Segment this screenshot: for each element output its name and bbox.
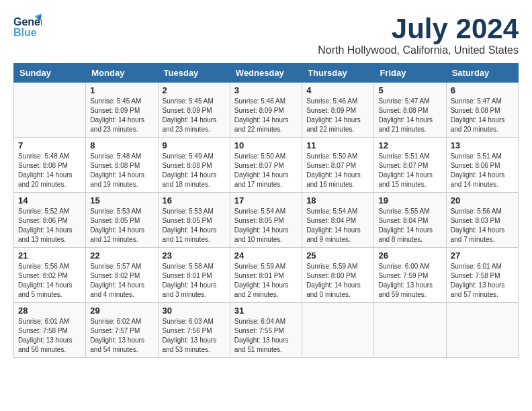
day-number: 4 xyxy=(306,85,369,95)
day-number: 21 xyxy=(18,250,81,261)
calendar-cell xyxy=(14,83,86,138)
day-info: Sunrise: 6:04 AMSunset: 7:55 PMDaylight:… xyxy=(234,317,298,355)
day-info: Sunrise: 5:46 AMSunset: 8:09 PMDaylight:… xyxy=(234,97,298,134)
day-info: Sunrise: 5:54 AMSunset: 8:04 PMDaylight:… xyxy=(306,207,369,244)
calendar-cell: 4Sunrise: 5:46 AMSunset: 8:09 PMDaylight… xyxy=(302,83,374,138)
day-info: Sunrise: 5:53 AMSunset: 8:05 PMDaylight:… xyxy=(163,207,226,244)
weekday-header-row: SundayMondayTuesdayWednesdayThursdayFrid… xyxy=(14,64,519,83)
day-info: Sunrise: 5:54 AMSunset: 8:05 PMDaylight:… xyxy=(234,207,298,244)
weekday-header: Monday xyxy=(86,64,158,83)
calendar-cell: 11Sunrise: 5:50 AMSunset: 8:07 PMDayligh… xyxy=(302,138,374,193)
day-info: Sunrise: 5:48 AMSunset: 8:08 PMDaylight:… xyxy=(18,152,81,189)
svg-text:Blue: Blue xyxy=(13,27,37,38)
calendar-week-row: 14Sunrise: 5:52 AMSunset: 8:06 PMDayligh… xyxy=(14,193,519,248)
day-info: Sunrise: 5:57 AMSunset: 8:02 PMDaylight:… xyxy=(90,262,153,300)
calendar-cell: 5Sunrise: 5:47 AMSunset: 8:08 PMDaylight… xyxy=(374,83,446,138)
day-number: 17 xyxy=(234,195,298,205)
day-info: Sunrise: 5:46 AMSunset: 8:09 PMDaylight:… xyxy=(306,97,369,134)
day-number: 23 xyxy=(163,250,226,261)
day-number: 18 xyxy=(306,195,369,205)
day-info: Sunrise: 5:45 AMSunset: 8:09 PMDaylight:… xyxy=(90,97,153,134)
day-info: Sunrise: 6:01 AMSunset: 7:58 PMDaylight:… xyxy=(451,262,514,300)
calendar-cell: 16Sunrise: 5:53 AMSunset: 8:05 PMDayligh… xyxy=(158,193,230,248)
calendar-cell: 6Sunrise: 5:47 AMSunset: 8:08 PMDaylight… xyxy=(446,83,518,138)
day-number: 6 xyxy=(451,85,514,95)
day-info: Sunrise: 5:55 AMSunset: 8:04 PMDaylight:… xyxy=(378,207,441,244)
day-number: 22 xyxy=(90,250,153,261)
day-number: 8 xyxy=(90,140,153,150)
day-number: 26 xyxy=(378,250,441,261)
calendar-cell: 31Sunrise: 6:04 AMSunset: 7:55 PMDayligh… xyxy=(230,303,302,358)
day-info: Sunrise: 5:56 AMSunset: 8:03 PMDaylight:… xyxy=(451,207,514,244)
calendar-cell: 25Sunrise: 5:59 AMSunset: 8:00 PMDayligh… xyxy=(302,248,374,303)
day-number: 25 xyxy=(306,250,369,261)
calendar-cell: 26Sunrise: 6:00 AMSunset: 7:59 PMDayligh… xyxy=(374,248,446,303)
day-number: 19 xyxy=(378,195,441,205)
weekday-header: Tuesday xyxy=(158,64,230,83)
calendar-table: SundayMondayTuesdayWednesdayThursdayFrid… xyxy=(13,63,519,358)
calendar-cell: 18Sunrise: 5:54 AMSunset: 8:04 PMDayligh… xyxy=(302,193,374,248)
day-number: 31 xyxy=(234,306,298,316)
calendar-cell xyxy=(302,303,374,358)
calendar-week-row: 1Sunrise: 5:45 AMSunset: 8:09 PMDaylight… xyxy=(14,83,519,138)
calendar-week-row: 28Sunrise: 6:01 AMSunset: 7:58 PMDayligh… xyxy=(14,303,519,358)
day-number: 9 xyxy=(163,140,226,150)
calendar-cell: 3Sunrise: 5:46 AMSunset: 8:09 PMDaylight… xyxy=(230,83,302,138)
calendar-cell: 10Sunrise: 5:50 AMSunset: 8:07 PMDayligh… xyxy=(230,138,302,193)
calendar-cell: 20Sunrise: 5:56 AMSunset: 8:03 PMDayligh… xyxy=(446,193,518,248)
day-info: Sunrise: 5:50 AMSunset: 8:07 PMDaylight:… xyxy=(234,152,298,189)
calendar-cell: 29Sunrise: 6:02 AMSunset: 7:57 PMDayligh… xyxy=(86,303,158,358)
logo-icon: General Blue xyxy=(13,13,40,37)
day-number: 29 xyxy=(90,306,153,316)
calendar-cell: 8Sunrise: 5:48 AMSunset: 8:08 PMDaylight… xyxy=(86,138,158,193)
calendar-header: SundayMondayTuesdayWednesdayThursdayFrid… xyxy=(14,64,519,83)
calendar-body: 1Sunrise: 5:45 AMSunset: 8:09 PMDaylight… xyxy=(14,83,519,358)
day-info: Sunrise: 5:51 AMSunset: 8:07 PMDaylight:… xyxy=(378,152,441,189)
calendar-cell: 7Sunrise: 5:48 AMSunset: 8:08 PMDaylight… xyxy=(14,138,86,193)
calendar-cell: 23Sunrise: 5:58 AMSunset: 8:01 PMDayligh… xyxy=(158,248,230,303)
day-number: 1 xyxy=(90,85,153,95)
calendar-cell: 27Sunrise: 6:01 AMSunset: 7:58 PMDayligh… xyxy=(446,248,518,303)
day-number: 11 xyxy=(306,140,369,150)
day-info: Sunrise: 5:47 AMSunset: 8:08 PMDaylight:… xyxy=(451,97,514,134)
calendar-cell: 28Sunrise: 6:01 AMSunset: 7:58 PMDayligh… xyxy=(14,303,86,358)
title-block: July 2024 North Hollywood, California, U… xyxy=(318,13,519,56)
weekday-header: Sunday xyxy=(14,64,86,83)
day-number: 28 xyxy=(18,306,81,316)
calendar-week-row: 7Sunrise: 5:48 AMSunset: 8:08 PMDaylight… xyxy=(14,138,519,193)
day-number: 24 xyxy=(234,250,298,261)
weekday-header: Saturday xyxy=(446,64,518,83)
day-info: Sunrise: 6:01 AMSunset: 7:58 PMDaylight:… xyxy=(18,317,81,355)
calendar-cell: 13Sunrise: 5:51 AMSunset: 8:06 PMDayligh… xyxy=(446,138,518,193)
day-info: Sunrise: 5:59 AMSunset: 8:00 PMDaylight:… xyxy=(306,262,369,300)
day-number: 2 xyxy=(163,85,226,95)
weekday-header: Thursday xyxy=(302,64,374,83)
calendar-week-row: 21Sunrise: 5:56 AMSunset: 8:02 PMDayligh… xyxy=(14,248,519,303)
calendar-cell: 9Sunrise: 5:49 AMSunset: 8:08 PMDaylight… xyxy=(158,138,230,193)
day-number: 13 xyxy=(451,140,514,150)
calendar-cell: 17Sunrise: 5:54 AMSunset: 8:05 PMDayligh… xyxy=(230,193,302,248)
day-info: Sunrise: 6:00 AMSunset: 7:59 PMDaylight:… xyxy=(378,262,441,300)
calendar-cell: 21Sunrise: 5:56 AMSunset: 8:02 PMDayligh… xyxy=(14,248,86,303)
day-info: Sunrise: 5:53 AMSunset: 8:05 PMDaylight:… xyxy=(90,207,153,244)
day-info: Sunrise: 6:02 AMSunset: 7:57 PMDaylight:… xyxy=(90,317,153,355)
location-title: North Hollywood, California, United Stat… xyxy=(318,44,519,56)
calendar-cell: 14Sunrise: 5:52 AMSunset: 8:06 PMDayligh… xyxy=(14,193,86,248)
day-info: Sunrise: 5:58 AMSunset: 8:01 PMDaylight:… xyxy=(163,262,226,300)
day-info: Sunrise: 5:56 AMSunset: 8:02 PMDaylight:… xyxy=(18,262,81,300)
calendar-cell: 30Sunrise: 6:03 AMSunset: 7:56 PMDayligh… xyxy=(158,303,230,358)
day-number: 7 xyxy=(18,140,81,150)
day-number: 14 xyxy=(18,195,81,205)
calendar-cell: 2Sunrise: 5:45 AMSunset: 8:09 PMDaylight… xyxy=(158,83,230,138)
day-info: Sunrise: 6:03 AMSunset: 7:56 PMDaylight:… xyxy=(163,317,226,355)
day-info: Sunrise: 5:51 AMSunset: 8:06 PMDaylight:… xyxy=(451,152,514,189)
weekday-header: Wednesday xyxy=(230,64,302,83)
day-info: Sunrise: 5:48 AMSunset: 8:08 PMDaylight:… xyxy=(90,152,153,189)
calendar-cell xyxy=(446,303,518,358)
calendar-cell: 1Sunrise: 5:45 AMSunset: 8:09 PMDaylight… xyxy=(86,83,158,138)
day-info: Sunrise: 5:50 AMSunset: 8:07 PMDaylight:… xyxy=(306,152,369,189)
day-info: Sunrise: 5:59 AMSunset: 8:01 PMDaylight:… xyxy=(234,262,298,300)
calendar-cell: 15Sunrise: 5:53 AMSunset: 8:05 PMDayligh… xyxy=(86,193,158,248)
calendar-cell xyxy=(374,303,446,358)
day-info: Sunrise: 5:47 AMSunset: 8:08 PMDaylight:… xyxy=(378,97,441,134)
